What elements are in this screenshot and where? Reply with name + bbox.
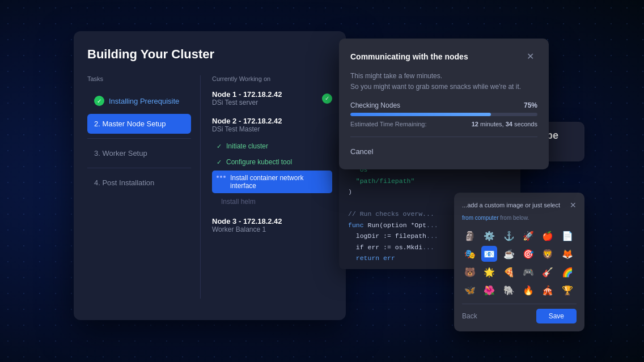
modal-desc-line2: So you might want to grab some snacks wh… [350, 83, 521, 91]
node-1-section: Node 1 - 172.18.2.42 DSi Test server ✓ [212, 90, 332, 107]
task-item-4[interactable]: 4. Post Installation [87, 173, 191, 193]
picker-title: ...add a custom image or just select [462, 202, 560, 208]
time-label: Estimated Time Remaining: [350, 121, 427, 127]
emoji-grid: 🗿 ⚙️ ⚓ 🚀 🍎 📄 🎭 📧 ☕ 🎯 🦁 🦊 🐻 🌟 🍕 🎮 🎸 🌈 🦋 🌺… [462, 228, 577, 298]
code-line-4: "path/filepath" [348, 176, 511, 187]
emoji-item[interactable]: 🌈 [560, 264, 575, 280]
emoji-item[interactable]: 🚀 [520, 228, 536, 244]
step-label-initiate: Initiate cluster [226, 142, 268, 150]
emoji-item[interactable]: 🔥 [520, 282, 536, 298]
task-divider-2 [87, 168, 191, 168]
progress-bar-background [350, 113, 537, 116]
emoji-item[interactable]: 🦁 [540, 246, 556, 262]
emoji-item[interactable]: ☕ [501, 246, 517, 262]
step-list-node2: ✓ Initiate cluster ✓ Configure kubectl t… [212, 139, 332, 209]
step-helm: Install helm [212, 194, 332, 209]
working-label: Currently Working on [212, 75, 332, 82]
modal-desc-line1: This might take a few minutes. [350, 72, 442, 80]
done-icon-2: ✓ [217, 159, 222, 166]
page-title: Building Your Cluster [87, 47, 332, 62]
emoji-item[interactable]: 🌺 [481, 282, 497, 298]
back-button[interactable]: Back [462, 312, 477, 320]
emoji-item[interactable]: ⚙️ [481, 228, 497, 244]
task-label-3: 3. Worker Setup [94, 149, 147, 157]
emoji-item[interactable]: 🍕 [501, 264, 517, 280]
picker-footer: Back Save [462, 304, 577, 323]
step-label-kubectl: Configure kubectl tool [226, 158, 292, 166]
task-divider-1 [87, 138, 191, 139]
time-remaining: Estimated Time Remaining: 12 minutes, 34… [350, 121, 537, 127]
emoji-item[interactable]: 🎪 [540, 282, 556, 298]
progress-bar-fill [350, 113, 491, 116]
emoji-item[interactable]: 📧 [481, 246, 497, 262]
emoji-item[interactable]: 🎸 [540, 264, 556, 280]
time-unit-sec: seconds [514, 121, 537, 127]
cancel-button[interactable]: Cancel [350, 145, 373, 158]
emoji-item[interactable]: 🦋 [462, 282, 478, 298]
modal-header: Communicating with the nodes ✕ [350, 50, 537, 63]
modal-footer: Cancel [350, 137, 537, 158]
tasks-column: Tasks ✓ Installing Prerequisite 2. Maste… [87, 75, 201, 299]
emoji-item[interactable]: 📄 [560, 228, 575, 244]
emoji-item[interactable]: 🐘 [501, 282, 517, 298]
task-label-2: 2. Master Node Setup [94, 120, 166, 128]
node-2-alias: DSi Test Master [212, 125, 282, 133]
step-kubectl: ✓ Configure kubectl tool [212, 155, 332, 169]
progress-header: Checking Nodes 75% [350, 101, 537, 109]
emoji-item[interactable]: 🗿 [462, 228, 478, 244]
from-computer-link[interactable]: from computer [462, 215, 498, 221]
node-1-check: ✓ [322, 93, 332, 104]
picker-subtitle: from below. [500, 215, 529, 221]
task-label-1: Installing Prerequisite [109, 97, 179, 105]
modal-title: Communicating with the nodes [350, 52, 468, 61]
emoji-item[interactable]: 🦊 [560, 246, 575, 262]
save-button[interactable]: Save [536, 309, 577, 323]
icon-picker-panel: ...add a custom image or just select ✕ f… [454, 193, 584, 331]
node-2-name: Node 2 - 172.18.2.42 [212, 117, 282, 125]
emoji-item[interactable]: 🍎 [540, 228, 556, 244]
communicating-modal: Communicating with the nodes ✕ This migh… [339, 39, 549, 169]
node-1-name: Node 1 - 172.18.2.42 [212, 90, 282, 99]
node-3-name: Node 3 - 172.18.2.42 [212, 217, 332, 225]
task-check-1: ✓ [94, 96, 104, 106]
done-icon: ✓ [217, 143, 222, 150]
node-1-alias: DSi Test server [212, 99, 282, 107]
picker-header: ...add a custom image or just select ✕ [462, 201, 577, 210]
emoji-item[interactable]: 🌟 [481, 264, 497, 280]
time-minutes: 12 [472, 121, 478, 127]
main-panel: Building Your Cluster Tasks ✓ Installing… [74, 31, 346, 320]
emoji-item[interactable]: 🎯 [520, 246, 536, 262]
task-item-1[interactable]: ✓ Installing Prerequisite [87, 90, 191, 112]
task-item-3[interactable]: 3. Worker Setup [87, 143, 191, 163]
emoji-item[interactable]: 🎮 [520, 264, 536, 280]
time-seconds: 34 [506, 121, 512, 127]
modal-description: This might take a few minutes. So you mi… [350, 71, 537, 92]
loading-dots [217, 176, 226, 178]
progress-percent: 75% [524, 101, 537, 109]
emoji-item[interactable]: 🏆 [560, 282, 575, 298]
picker-close-button[interactable]: ✕ [570, 201, 577, 210]
tasks-label: Tasks [87, 75, 191, 82]
emoji-item[interactable]: 🐻 [462, 264, 478, 280]
time-unit-min: minutes, [480, 121, 504, 127]
step-cni: Install container network interface [212, 171, 332, 193]
working-column: Currently Working on Node 1 - 172.18.2.4… [201, 75, 332, 299]
emoji-item[interactable]: 🎭 [462, 246, 478, 262]
step-label-helm: Install helm [221, 198, 256, 206]
progress-label: Checking Nodes [350, 101, 400, 109]
task-item-2[interactable]: 2. Master Node Setup [87, 114, 191, 134]
picker-desc: from computer from below. [462, 214, 577, 222]
close-button[interactable]: ✕ [523, 50, 537, 63]
node-3-section: Node 3 - 172.18.2.42 Worker Balance 1 [212, 217, 332, 233]
step-initiate: ✓ Initiate cluster [212, 139, 332, 154]
emoji-item[interactable]: ⚓ [501, 228, 517, 244]
node-2-section: Node 2 - 172.18.2.42 DSi Test Master ✓ I… [212, 117, 332, 209]
node-3-alias: Worker Balance 1 [212, 225, 332, 233]
progress-section: Checking Nodes 75% Estimated Time Remain… [350, 101, 537, 127]
time-value: 12 minutes, 34 seconds [472, 121, 537, 127]
step-label-cni: Install container network interface [230, 174, 328, 190]
task-label-4: 4. Post Installation [94, 178, 154, 187]
